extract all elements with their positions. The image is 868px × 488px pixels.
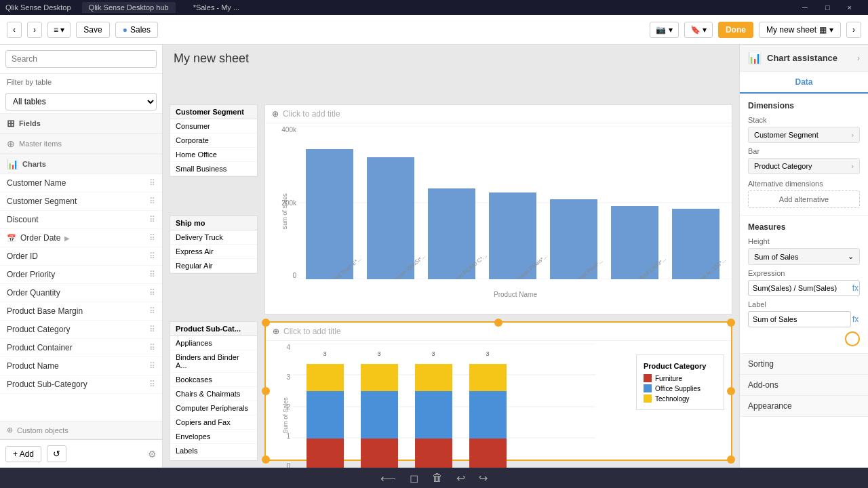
status-icon-undo[interactable]: ↩ bbox=[456, 472, 465, 485]
left-sidebar: Filter by table All tables ⊞ Fields ⊕ Ma… bbox=[0, 45, 163, 468]
tab-data[interactable]: Data bbox=[740, 72, 868, 94]
filter-item-labels[interactable]: Labels bbox=[170, 444, 257, 458]
ship-mo-filter: Ship mo Delivery Truck Express Air Regul… bbox=[170, 216, 258, 274]
list-item[interactable]: Order Quantity ⠿ bbox=[0, 284, 162, 302]
field-order-id: Order ID bbox=[7, 251, 38, 261]
custom-label: Custom objects bbox=[17, 426, 68, 434]
add-button[interactable]: + Add bbox=[5, 446, 41, 462]
filter-item-regular-air[interactable]: Regular Air bbox=[170, 259, 257, 273]
filter-item-bookcases[interactable]: Bookcases bbox=[170, 373, 257, 387]
collapse-icon: › bbox=[852, 25, 855, 35]
sidebar-section-fields: ⊞ Fields bbox=[0, 113, 162, 134]
y2-tick-1: 1 bbox=[286, 432, 290, 440]
sales-button[interactable]: ● Sales bbox=[115, 22, 158, 38]
list-item[interactable]: Order Priority ⠿ bbox=[0, 266, 162, 284]
measure-chip-sum-of-sales[interactable]: Sum of Sales ⌄ bbox=[748, 248, 860, 265]
chart1-x-label: Product Name bbox=[299, 291, 732, 298]
field-order-quantity: Order Quantity bbox=[7, 288, 60, 298]
drag-icon: ⠿ bbox=[149, 270, 155, 279]
collapse-panel-button[interactable]: › bbox=[846, 22, 861, 38]
filter-item-office-furnishings[interactable]: Office Furnishings bbox=[170, 458, 257, 461]
filter-item-small-business[interactable]: Small Business bbox=[170, 162, 257, 176]
drag-icon: ⠿ bbox=[149, 233, 155, 243]
status-icon-trash[interactable]: 🗑 bbox=[432, 472, 443, 484]
list-item[interactable]: Product Category ⠿ bbox=[0, 321, 162, 339]
label-fx-button[interactable]: fx bbox=[852, 314, 859, 324]
title-bar-tab1[interactable]: Qlik Sense Desktop hub bbox=[82, 2, 176, 13]
svg-rect-27 bbox=[307, 391, 344, 439]
legend-tech-label: Technology bbox=[655, 395, 690, 403]
sorting-button[interactable]: Sorting bbox=[740, 354, 868, 375]
expression-input[interactable] bbox=[748, 280, 860, 296]
status-icon-redo[interactable]: ↪ bbox=[479, 472, 488, 485]
bookmark-button[interactable]: 🔖 ▾ bbox=[684, 22, 713, 38]
list-item[interactable]: Customer Segment ⠿ bbox=[0, 192, 162, 211]
nav-forward-button[interactable]: › bbox=[27, 22, 42, 38]
field-list: Customer Name ⠿ Customer Segment ⠿ Disco… bbox=[0, 174, 162, 421]
handle-top-middle[interactable] bbox=[494, 319, 502, 327]
list-item[interactable]: Discount ⠿ bbox=[0, 211, 162, 229]
title-bar-tab2[interactable]: *Sales - My ... bbox=[186, 2, 246, 13]
sidebar-bottom: + Add ↺ ⚙ bbox=[0, 439, 162, 468]
list-item[interactable]: Customer Name ⠿ bbox=[0, 174, 162, 192]
list-item[interactable]: Product Sub-Category ⠿ bbox=[0, 375, 162, 394]
list-item[interactable]: Product Name ⠿ bbox=[0, 357, 162, 375]
maximize-icon[interactable]: □ bbox=[825, 3, 830, 12]
list-item[interactable]: Order ID ⠿ bbox=[0, 247, 162, 266]
filter-item-copiers[interactable]: Copiers and Fax bbox=[170, 415, 257, 430]
done-button[interactable]: Done bbox=[718, 22, 753, 38]
measure-chip-arrow: ⌄ bbox=[848, 252, 854, 261]
filter-item-computer[interactable]: Computer Peripherals bbox=[170, 401, 257, 415]
add-alternative-button[interactable]: Add alternative bbox=[748, 190, 860, 208]
minimize-icon[interactable]: ─ bbox=[802, 3, 808, 12]
filter-item-home-office[interactable]: Home Office bbox=[170, 148, 257, 162]
save-button[interactable]: Save bbox=[76, 22, 109, 38]
svg-text:3: 3 bbox=[486, 350, 489, 357]
filter-item-chairs[interactable]: Chairs & Chairmats bbox=[170, 387, 257, 401]
snapshot-button[interactable]: 📷 ▾ bbox=[650, 22, 678, 38]
list-view-button[interactable]: ≡ ▾ bbox=[47, 22, 71, 38]
label-input[interactable] bbox=[748, 311, 851, 327]
product-subcat-filter: Product Sub-Cat... Appliances Binders an… bbox=[170, 321, 258, 461]
right-panel: 📊 Chart assistance › Data Dimensions Sta… bbox=[739, 45, 868, 468]
chart1-title-placeholder[interactable]: Click to add title bbox=[283, 109, 340, 119]
plus-icon2: ⊕ bbox=[273, 327, 279, 336]
drag-icon: ⠿ bbox=[149, 197, 155, 206]
canvas-area: My new sheet Customer Segment Consumer C… bbox=[163, 45, 739, 468]
chart2-y-label: Sum of Sales bbox=[282, 397, 289, 434]
right-panel-header: 📊 Chart assistance › bbox=[740, 45, 868, 72]
appearance-button[interactable]: Appearance bbox=[740, 396, 868, 417]
svg-rect-34 bbox=[415, 439, 452, 468]
addons-button[interactable]: Add-ons bbox=[740, 375, 868, 396]
filter-item-binders[interactable]: Binders and Binder A... bbox=[170, 350, 257, 373]
chart1-body: 400k 200k 0 Sum of Sales bbox=[265, 123, 732, 300]
close-icon[interactable]: × bbox=[848, 3, 852, 12]
filter-item-corporate[interactable]: Corporate bbox=[170, 134, 257, 148]
list-item[interactable]: Product Base Margin ⠿ bbox=[0, 302, 162, 321]
status-icon-back[interactable]: ⟵ bbox=[380, 472, 396, 485]
nav-back-button[interactable]: ‹ bbox=[7, 22, 22, 38]
handle-top-right[interactable] bbox=[727, 319, 735, 327]
list-item[interactable]: Product Container ⠿ bbox=[0, 339, 162, 357]
filter-item-envelopes[interactable]: Envelopes bbox=[170, 430, 257, 444]
svg-rect-28 bbox=[307, 364, 344, 391]
filter-item-delivery-truck[interactable]: Delivery Truck bbox=[170, 230, 257, 245]
filter-item-appliances[interactable]: Appliances bbox=[170, 336, 257, 350]
drag-icon: ⠿ bbox=[149, 288, 155, 298]
chart2-title-placeholder[interactable]: Click to add title bbox=[283, 327, 341, 336]
fx-button[interactable]: fx bbox=[852, 283, 859, 293]
search-input[interactable] bbox=[5, 50, 157, 68]
master-label: Master items bbox=[19, 140, 62, 148]
dimension-chip-product-category[interactable]: Product Category › bbox=[748, 158, 860, 174]
table-filter-select[interactable]: All tables bbox=[5, 93, 157, 110]
svg-rect-38 bbox=[469, 439, 507, 468]
status-icon-box[interactable]: ◻ bbox=[410, 472, 418, 485]
refresh-button[interactable]: ↺ bbox=[47, 445, 66, 462]
filter-item-consumer[interactable]: Consumer bbox=[170, 119, 257, 134]
filter-item-express-air[interactable]: Express Air bbox=[170, 245, 257, 259]
close-panel-button[interactable]: › bbox=[857, 54, 860, 63]
list-item[interactable]: 📅 Order Date ▶ ⠿ bbox=[0, 229, 162, 247]
dimension-chip-customer-segment[interactable]: Customer Segment › bbox=[748, 127, 860, 143]
chip-arrow-icon2: › bbox=[851, 162, 854, 170]
handle-top-left[interactable] bbox=[262, 319, 270, 327]
